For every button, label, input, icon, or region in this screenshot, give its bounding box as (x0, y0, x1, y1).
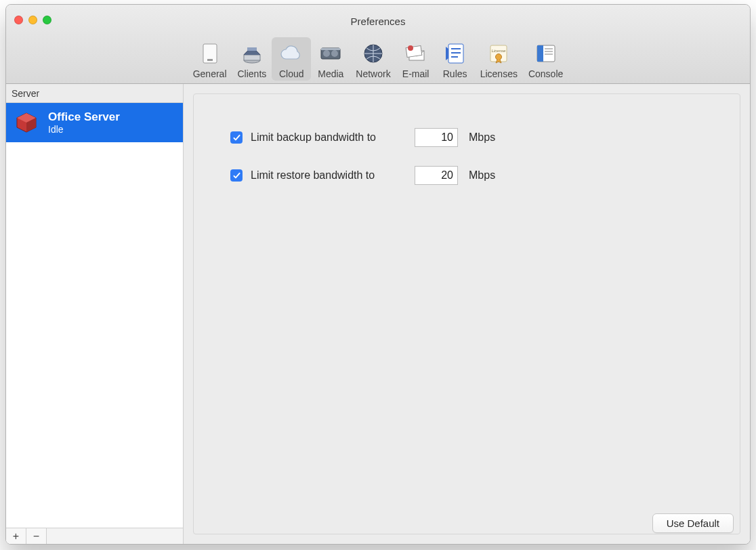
close-window-button[interactable] (14, 16, 23, 24)
sidebar-header: Server (6, 84, 183, 103)
tab-general[interactable]: General (188, 37, 232, 81)
server-status-label: Idle (48, 124, 120, 135)
tab-rules[interactable]: Rules (436, 37, 475, 81)
limit-backup-checkbox[interactable] (230, 131, 243, 144)
server-sidebar: Server Office Server Idle (6, 84, 184, 544)
svg-point-7 (331, 50, 338, 57)
limit-backup-label: Limit backup bandwidth to (251, 131, 406, 144)
svg-rect-8 (321, 48, 340, 50)
svg-rect-24 (545, 54, 553, 55)
server-name-label: Office Server (48, 110, 120, 124)
limit-restore-label: Limit restore bandwidth to (251, 169, 406, 182)
limit-backup-input[interactable] (415, 128, 458, 147)
media-icon (317, 40, 344, 67)
clients-icon (238, 40, 266, 67)
tab-email[interactable]: E-mail (396, 37, 436, 81)
main-panel: Limit backup bandwidth to Mbps Limit res… (184, 84, 750, 544)
limit-restore-input[interactable] (415, 166, 458, 185)
preferences-window: Preferences General (5, 4, 751, 545)
remove-server-button[interactable]: − (26, 528, 47, 544)
server-row[interactable]: Office Server Idle (6, 103, 183, 142)
tab-console[interactable]: Console (523, 37, 568, 81)
tab-cloud[interactable]: Cloud (272, 37, 311, 81)
svg-rect-3 (244, 55, 260, 60)
window-title: Preferences (6, 16, 750, 27)
sidebar-footer: + − (6, 528, 183, 544)
cloud-icon (278, 40, 305, 67)
limit-backup-unit: Mbps (469, 131, 495, 144)
minimize-window-button[interactable] (28, 16, 37, 24)
preferences-toolbar: General Clients (6, 37, 750, 84)
console-icon (532, 40, 560, 67)
svg-point-19 (496, 54, 502, 60)
tab-media[interactable]: Media (311, 37, 350, 81)
svg-rect-4 (247, 47, 257, 51)
window-controls (14, 16, 51, 24)
svg-point-12 (408, 45, 413, 51)
fullscreen-window-button[interactable] (43, 16, 51, 24)
svg-point-6 (323, 50, 330, 57)
titlebar: Preferences (6, 5, 750, 37)
general-icon (196, 40, 224, 67)
svg-rect-21 (537, 45, 543, 62)
tab-clients[interactable]: Clients (232, 37, 272, 81)
rules-icon (442, 40, 469, 67)
tab-licenses[interactable]: License Licenses (475, 37, 523, 81)
server-icon (13, 109, 40, 136)
tab-network[interactable]: Network (350, 37, 396, 81)
limit-restore-checkbox[interactable] (230, 169, 243, 182)
svg-rect-22 (545, 48, 553, 49)
svg-rect-1 (207, 59, 213, 61)
server-list: Office Server Idle (6, 103, 183, 528)
network-icon (360, 40, 387, 67)
limit-restore-row: Limit restore bandwidth to Mbps (221, 166, 713, 185)
svg-rect-23 (545, 51, 553, 52)
email-icon (402, 40, 429, 67)
svg-text:License: License (492, 49, 506, 53)
use-default-button[interactable]: Use Default (652, 513, 734, 533)
limit-restore-unit: Mbps (469, 169, 495, 182)
limit-backup-row: Limit backup bandwidth to Mbps (221, 128, 713, 147)
cloud-settings-panel: Limit backup bandwidth to Mbps Limit res… (193, 93, 740, 534)
licenses-icon: License (485, 40, 512, 67)
add-server-button[interactable]: + (6, 528, 26, 544)
